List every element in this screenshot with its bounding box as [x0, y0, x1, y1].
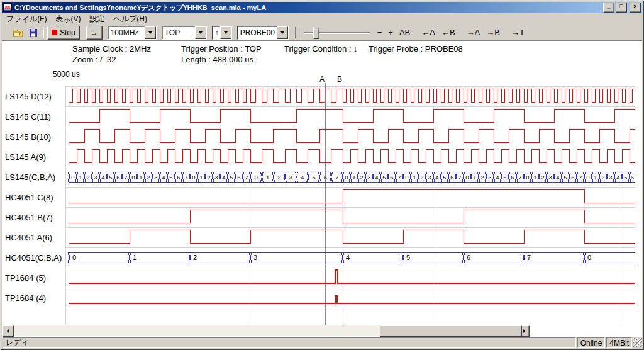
trigger-condition-label: Trigger Condition : ↓ [284, 44, 358, 54]
app-window: C:¥Documents and Settings¥noname¥デスクトップ¥… [0, 0, 644, 350]
title-bar[interactable]: C:¥Documents and Settings¥noname¥デスクトップ¥… [2, 2, 642, 13]
chevron-down-icon[interactable] [195, 26, 206, 39]
status-bar: レディ Online 4MBit [2, 337, 642, 348]
stop-button[interactable]: Stop [47, 26, 80, 40]
status-message: レディ [3, 337, 576, 348]
zoom-slider[interactable] [304, 26, 370, 39]
menu-help[interactable]: ヘルプ(H) [109, 13, 152, 26]
status-online: Online [577, 337, 606, 348]
clock-select[interactable]: 100MHz [108, 26, 157, 40]
menu-settings[interactable]: 設定 [85, 13, 109, 26]
stop-icon [52, 30, 57, 35]
goto-marker-a-button[interactable]: ←A [419, 27, 438, 38]
arrow-right-icon [523, 329, 525, 334]
save-icon[interactable] [28, 28, 38, 38]
app-icon [3, 3, 12, 12]
open-file-icon[interactable] [13, 28, 23, 38]
probe-select[interactable]: PROBE00 [237, 26, 289, 40]
slider-thumb[interactable] [313, 28, 319, 39]
maximize-button[interactable]: □ [616, 3, 627, 13]
window-title: C:¥Documents and Settings¥noname¥デスクトップ¥… [14, 3, 603, 13]
toolbar-separator [295, 27, 297, 38]
arrow-left-icon [7, 329, 9, 334]
chevron-down-icon[interactable] [220, 26, 231, 39]
menu-bar: ファイル(F) 表示(V) 設定 ヘルプ(H) [2, 13, 642, 25]
zoom-out-button[interactable]: − [375, 27, 385, 38]
scrollbar-track[interactable] [14, 325, 518, 336]
waveform-panel [2, 40, 642, 337]
trigger-probe-label: Trigger Probe : PROBE08 [369, 44, 463, 54]
resize-grip[interactable] [633, 338, 642, 347]
set-marker-a-button[interactable]: →A [464, 27, 483, 38]
trigger-position-label: Trigger Position : TOP [181, 44, 262, 54]
goto-marker-b-button[interactable]: ←B [439, 27, 458, 38]
run-button[interactable]: → [86, 26, 103, 40]
chevron-down-icon[interactable] [277, 26, 288, 39]
menu-view[interactable]: 表示(V) [51, 13, 85, 26]
scroll-left-button[interactable] [3, 325, 14, 337]
zoom-label: Zoom : / 32 [72, 55, 116, 64]
minimize-button[interactable]: _ [603, 3, 614, 13]
horizontal-scrollbar[interactable] [3, 325, 530, 336]
goto-trigger-button[interactable]: →T [509, 27, 527, 38]
set-marker-b-button[interactable]: →B [484, 27, 502, 38]
toolbar: Stop → 100MHz TOP ↑ PROBE00 − + AB ←A ←B… [2, 25, 642, 41]
zoom-in-button[interactable]: + [386, 27, 396, 38]
scrollbar-thumb[interactable] [380, 325, 522, 337]
ab-button[interactable]: AB [397, 27, 413, 38]
chevron-down-icon[interactable] [145, 26, 156, 39]
toolbar-separator [42, 27, 44, 38]
status-memory: 4MBit [606, 337, 632, 348]
time-scale-label: 5000 us [53, 70, 80, 79]
menu-file[interactable]: ファイル(F) [2, 13, 51, 26]
trigger-edge-select[interactable]: ↑ [212, 26, 232, 40]
trigger-position-select[interactable]: TOP [162, 26, 207, 40]
length-label: Length : 488.000 us [181, 55, 253, 64]
close-button[interactable]: × [630, 3, 641, 13]
sample-clock-label: Sample Clock : 2MHz [72, 44, 151, 54]
